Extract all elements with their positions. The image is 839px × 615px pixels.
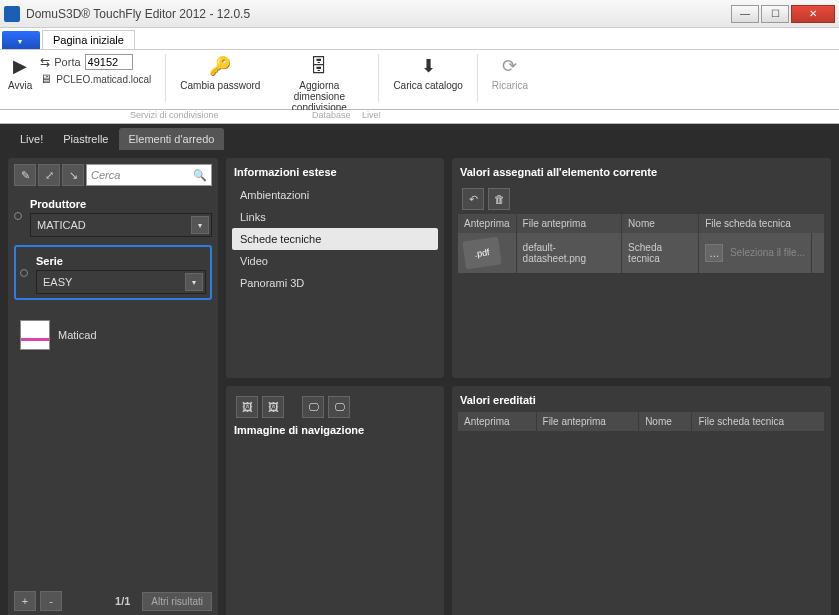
close-button[interactable]: ✕ [791,5,835,23]
file-menu[interactable] [2,31,40,49]
chevron-down-icon: ▾ [191,216,209,234]
col-file-preview: File anteprima [516,214,622,233]
nav-image-title: Immagine di navigazione [232,422,438,442]
assigned-values-panel: Valori assegnati all'elemento corrente ↶… [452,158,831,378]
inherited-title: Valori ereditati [458,392,825,412]
undo-button[interactable]: ↶ [462,188,484,210]
database-icon: 🗄 [307,54,331,78]
tab-tiles[interactable]: Piastrelle [53,128,118,150]
start-button[interactable]: ▶ Avvia [8,54,32,91]
result-item[interactable]: Maticad [14,314,212,356]
page-prev-button[interactable]: - [40,591,62,611]
change-password-button[interactable]: 🔑 Cambia password [180,54,260,91]
file-placeholder: Seleziona il file... [730,247,805,258]
inherited-table: Anteprima File anteprima Nome File sched… [458,412,825,431]
table-row[interactable]: .pdf default-datasheet.png Scheda tecnic… [458,233,825,273]
play-icon: ▶ [8,54,32,78]
reload-button[interactable]: ⟳ Ricarica [492,54,528,91]
port-input[interactable] [85,54,133,70]
series-label: Serie [36,255,206,267]
group-label-db: Database [312,110,351,120]
producer-radio[interactable] [14,212,22,220]
group-label-share: Servizi di condivisione [130,110,219,120]
app-icon [4,6,20,22]
ribbon-tab-strip: Pagina iniziale [0,28,839,50]
minimize-button[interactable]: — [731,5,759,23]
result-thumbnail [20,320,50,350]
result-label: Maticad [58,329,97,341]
col-name: Nome [639,412,692,431]
extended-info-title: Informazioni estese [232,164,438,184]
navimg-btn-3[interactable]: 🖵 [302,396,324,418]
series-combo[interactable]: EASY ▾ [36,270,206,294]
key-icon: 🔑 [208,54,232,78]
inherited-values-panel: Valori ereditati Anteprima File anteprim… [452,386,831,615]
delete-button[interactable]: 🗑 [488,188,510,210]
col-file-datasheet: File scheda tecnica [699,214,825,233]
series-radio[interactable] [20,269,28,277]
assigned-title: Valori assegnati all'elemento corrente [458,164,825,184]
download-icon: ⬇ [416,54,440,78]
tool-btn-3[interactable]: ↘ [62,164,84,186]
col-name: Nome [622,214,699,233]
title-bar: DomuS3D® TouchFly Editor 2012 - 12.0.5 —… [0,0,839,28]
info-item-datasheets[interactable]: Schede tecniche [232,228,438,250]
col-file-preview: File anteprima [536,412,639,431]
maximize-button[interactable]: ☐ [761,5,789,23]
info-item-panorama[interactable]: Panorami 3D [232,272,438,294]
page-indicator: 1/1 [66,595,138,607]
extended-info-panel: Informazioni estese Ambientazioni Links … [226,158,444,378]
tool-btn-2[interactable]: ⤢ [38,164,60,186]
page-next-button[interactable]: + [14,591,36,611]
load-catalog-button[interactable]: ⬇ Carica catalogo [393,54,462,91]
refresh-icon: ⟳ [498,54,522,78]
filter-panel: ✎ ⤢ ↘ Cerca 🔍 Produttore MATICAD ▾ [8,158,218,615]
chevron-down-icon: ▾ [185,273,203,291]
cell-file-preview: default-datasheet.png [516,233,622,273]
navimg-btn-2[interactable]: 🖼 [262,396,284,418]
browse-file-button[interactable]: … [705,244,723,262]
window-title: DomuS3D® TouchFly Editor 2012 - 12.0.5 [26,7,250,21]
assigned-table: Anteprima File anteprima Nome File sched… [458,214,825,273]
pdf-icon: .pdf [462,237,502,270]
nav-image-panel: 🖼 🖼 🖵 🖵 Immagine di navigazione [226,386,444,615]
info-item-environments[interactable]: Ambientazioni [232,184,438,206]
navimg-btn-4[interactable]: 🖵 [328,396,350,418]
group-label-live: Live! [362,110,381,120]
navimg-btn-1[interactable]: 🖼 [236,396,258,418]
more-results-button[interactable]: Altri risultati [142,592,212,611]
producer-combo[interactable]: MATICAD ▾ [30,213,212,237]
tab-furniture[interactable]: Elementi d'arredo [119,128,225,150]
col-preview: Anteprima [458,214,516,233]
ribbon: ▶ Avvia ⇆ Porta 🖥 PCLEO.maticad.local 🔑 … [0,50,839,110]
col-file-datasheet: File scheda tecnica [692,412,825,431]
server-icon: 🖥 [40,72,52,86]
info-item-video[interactable]: Video [232,250,438,272]
search-icon: 🔍 [193,169,207,182]
tool-btn-1[interactable]: ✎ [14,164,36,186]
producer-label: Produttore [30,198,212,210]
category-tabs: Live! Piastrelle Elementi d'arredo [0,124,839,150]
col-preview: Anteprima [458,412,536,431]
info-item-links[interactable]: Links [232,206,438,228]
cell-name: Scheda tecnica [622,233,699,273]
tab-live[interactable]: Live! [10,128,53,150]
port-label: Porta [54,56,80,68]
update-share-button[interactable]: 🗄 Aggiorna dimensione condivisione [274,54,364,113]
network-icon: ⇆ [40,55,50,69]
search-input[interactable]: Cerca 🔍 [86,164,212,186]
server-name: PCLEO.maticad.local [56,74,151,85]
ribbon-tab-home[interactable]: Pagina iniziale [42,30,135,49]
